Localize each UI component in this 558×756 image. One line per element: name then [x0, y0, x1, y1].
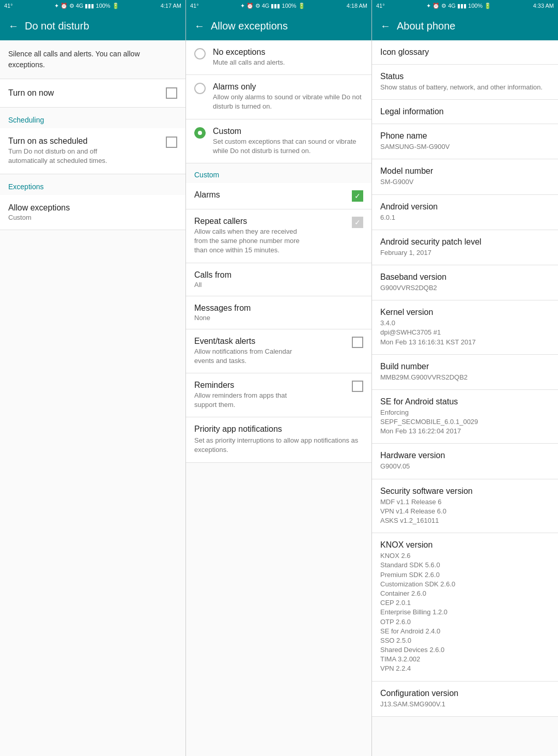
about-item-hardware[interactable]: Hardware version G900V.05 [372, 444, 558, 479]
reminders-desc: Allow reminders from apps that support t… [194, 391, 308, 410]
kernel-value: 3.4.0 dpi@SWHC3705 #1 Mon Feb 13 16:16:3… [380, 319, 550, 347]
config-label: Configuration version [380, 689, 550, 698]
about-item-security-patch[interactable]: Android security patch level February 1,… [372, 230, 558, 265]
knox-label: KNOX version [380, 540, 550, 550]
status-icons-3: ✦ ⏰ ⚙ 4G ▮▮▮ 100% 🔋 [426, 3, 491, 9]
phone-name-label: Phone name [380, 131, 550, 141]
knox-value: KNOX 2.6 Standard SDK 5.6.0 Premium SDK … [380, 551, 550, 673]
no-exceptions-label: No exceptions [213, 48, 285, 57]
topbar-title-2: Allow exceptions [211, 20, 288, 32]
option-alarms-only[interactable]: Alarms only Allow only alarms to sound o… [186, 75, 371, 119]
panel-about-phone: 41° ✦ ⏰ ⚙ 4G ▮▮▮ 100% 🔋 4:33 AM ← About … [372, 0, 558, 756]
scheduling-header: Scheduling [0, 108, 185, 128]
alarms-only-label: Alarms only [213, 82, 363, 92]
about-item-baseband[interactable]: Baseband version G900VVRS2DQB2 [372, 265, 558, 300]
about-item-se-android[interactable]: SE for Android status Enforcing SEPF_SEC… [372, 390, 558, 444]
security-patch-label: Android security patch level [380, 237, 550, 247]
se-android-value: Enforcing SEPF_SECMOBILE_6.0.1_0029 Mon … [380, 408, 550, 436]
status-label: Status [380, 72, 550, 81]
radio-no-exceptions[interactable] [194, 48, 206, 59]
event-task-item[interactable]: Event/task alerts Allow notifications fr… [186, 329, 371, 373]
status-bar-1: 41° ✦ ⏰ ⚙ 4G ▮▮▮ 100% 🔋 4:17 AM [0, 0, 185, 11]
security-software-value: MDF v1.1 Release 6 VPN v1.4 Release 6.0 … [380, 497, 550, 526]
status-bar-3: 41° ✦ ⏰ ⚙ 4G ▮▮▮ 100% 🔋 4:33 AM [372, 0, 558, 11]
back-button-3[interactable]: ← [380, 20, 391, 32]
schedule-subtitle: Turn Do not disturb on and off automatic… [8, 147, 132, 165]
reminders-item[interactable]: Reminders Allow reminders from apps that… [186, 373, 371, 417]
calls-from-label: Calls from [194, 270, 363, 280]
reminders-checkbox[interactable] [352, 381, 363, 392]
model-label: Model number [380, 167, 550, 176]
dnd-content: Silence all calls and alerts. You can al… [0, 40, 185, 756]
calls-from-row[interactable]: Calls from All [186, 263, 371, 296]
about-content: Icon glossary Status Show status of batt… [372, 40, 558, 756]
about-item-phone-name[interactable]: Phone name SAMSUNG-SM-G900V [372, 124, 558, 159]
about-item-android-version[interactable]: Android version 6.0.1 [372, 195, 558, 230]
custom-desc: Set custom exceptions that can sound or … [213, 137, 363, 156]
allow-exceptions-row[interactable]: Allow exceptions Custom [0, 195, 185, 230]
topbar-dnd: ← Do not disturb [0, 11, 185, 40]
panel-allow-exceptions: 41° ✦ ⏰ ⚙ 4G ▮▮▮ 100% 🔋 4:18 AM ← Allow … [186, 0, 372, 756]
security-patch-value: February 1, 2017 [380, 248, 550, 258]
alarms-only-desc: Allow only alarms to sound or vibrate wh… [213, 93, 363, 111]
status-time-1: 4:17 AM [161, 3, 181, 9]
android-version-label: Android version [380, 202, 550, 211]
status-time-3: 4:33 AM [533, 3, 554, 9]
allow-exceptions-title: Allow exceptions [8, 203, 177, 213]
repeat-callers-label: Repeat callers [194, 217, 308, 226]
alarms-checkbox[interactable]: ✓ [352, 190, 363, 202]
event-task-desc: Allow notifications from Calendar events… [194, 347, 308, 366]
calls-from-value: All [194, 281, 363, 289]
alarms-item[interactable]: Alarms ✓ [186, 183, 371, 209]
about-item-icon-glossary[interactable]: Icon glossary [372, 40, 558, 65]
topbar-about: ← About phone [372, 11, 558, 40]
event-task-label: Event/task alerts [194, 337, 308, 346]
priority-label: Priority app notifications [194, 425, 363, 434]
back-button-1[interactable]: ← [8, 20, 19, 32]
config-value: J13.SAM.SMG900V.1 [380, 700, 550, 709]
repeat-callers-checkbox: ✓ [352, 217, 363, 228]
messages-from-value: None [194, 314, 363, 322]
baseband-value: G900VVRS2DQB2 [380, 283, 550, 293]
about-item-build[interactable]: Build number MMB29M.G900VVRS2DQB2 [372, 355, 558, 390]
about-item-knox[interactable]: KNOX version KNOX 2.6 Standard SDK 5.6.0… [372, 533, 558, 681]
event-task-checkbox[interactable] [352, 337, 363, 348]
repeat-callers-item: Repeat callers Allow calls when they are… [186, 209, 371, 263]
status-temp-1: 41° [4, 3, 13, 9]
build-label: Build number [380, 362, 550, 371]
custom-section-header: Custom [186, 163, 371, 183]
priority-notif-row[interactable]: Priority app notifications Set as priori… [186, 417, 371, 462]
hardware-label: Hardware version [380, 451, 550, 460]
radio-custom[interactable] [194, 127, 206, 139]
option-custom[interactable]: Custom Set custom exceptions that can so… [186, 119, 371, 163]
messages-from-row[interactable]: Messages from None [186, 296, 371, 329]
panel-do-not-disturb: 41° ✦ ⏰ ⚙ 4G ▮▮▮ 100% 🔋 4:17 AM ← Do not… [0, 0, 186, 756]
status-value: Show status of battery, network, and oth… [380, 83, 550, 92]
android-version-value: 6.0.1 [380, 213, 550, 222]
radio-alarms-only[interactable] [194, 83, 206, 94]
about-item-security-software[interactable]: Security software version MDF v1.1 Relea… [372, 479, 558, 534]
back-button-2[interactable]: ← [194, 20, 205, 32]
allow-exceptions-value: Custom [8, 214, 177, 221]
legal-label: Legal information [380, 107, 550, 116]
turn-on-now-row[interactable]: Turn on now [0, 79, 185, 108]
model-value: SM-G900V [380, 177, 550, 187]
about-item-legal[interactable]: Legal information [372, 100, 558, 124]
about-item-model[interactable]: Model number SM-G900V [372, 159, 558, 194]
schedule-checkbox[interactable] [166, 137, 177, 148]
se-android-label: SE for Android status [380, 397, 550, 406]
custom-label: Custom [213, 127, 363, 136]
about-item-kernel[interactable]: Kernel version 3.4.0 dpi@SWHC3705 #1 Mon… [372, 300, 558, 355]
no-exceptions-desc: Mute all calls and alerts. [213, 58, 285, 67]
about-item-status[interactable]: Status Show status of battery, network, … [372, 65, 558, 100]
about-item-config[interactable]: Configuration version J13.SAM.SMG900V.1 [372, 682, 558, 717]
turn-on-now-label: Turn on now [8, 88, 54, 98]
priority-desc: Set as priority interruptions to allow a… [194, 436, 363, 455]
alarms-label: Alarms [194, 190, 220, 200]
baseband-label: Baseband version [380, 273, 550, 282]
option-no-exceptions[interactable]: No exceptions Mute all calls and alerts. [186, 40, 371, 75]
topbar-title-3: About phone [397, 20, 455, 32]
turn-on-now-checkbox[interactable] [166, 87, 177, 99]
status-icons-2: ✦ ⏰ ⚙ 4G ▮▮▮ 100% 🔋 [240, 3, 305, 9]
schedule-row[interactable]: Turn on as scheduled Turn Do not disturb… [0, 128, 185, 174]
